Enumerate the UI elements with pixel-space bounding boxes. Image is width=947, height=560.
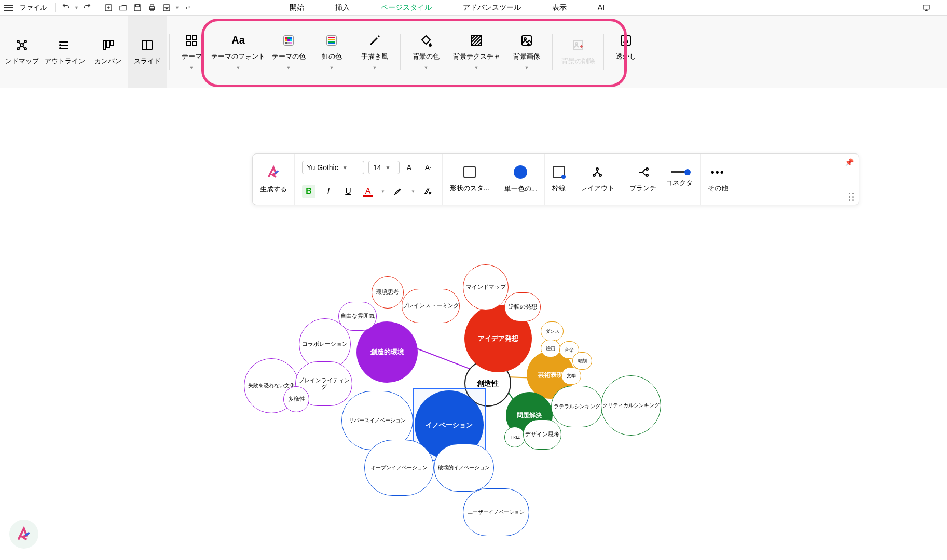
- node[interactable]: ラテラルシンキング: [551, 386, 603, 427]
- label: その他: [708, 184, 728, 193]
- underline-button[interactable]: U: [341, 185, 355, 198]
- ai-fab-button[interactable]: [9, 520, 38, 549]
- node[interactable]: 絵画: [541, 340, 560, 357]
- pin-button[interactable]: 📌: [845, 158, 854, 166]
- hamburger-icon[interactable]: [4, 5, 13, 11]
- caret-icon[interactable]: ▼: [381, 189, 385, 194]
- more-section[interactable]: ••• その他: [701, 154, 749, 205]
- single-color-section[interactable]: 単一色の...: [497, 154, 545, 205]
- label: テーマのフォント: [211, 52, 265, 61]
- node[interactable]: ユーザーイノベーション: [463, 488, 529, 536]
- outline-icon: [58, 38, 72, 52]
- border-section[interactable]: 枠線: [545, 154, 573, 205]
- svg-point-11: [17, 48, 19, 50]
- view-outline[interactable]: アウトライン: [42, 16, 88, 88]
- node[interactable]: 多様性: [283, 386, 309, 412]
- more-button[interactable]: ⇄: [182, 2, 194, 14]
- font-decrease-button[interactable]: A-: [421, 161, 435, 174]
- caret-icon: ▼: [236, 65, 241, 71]
- redo-button[interactable]: [81, 2, 93, 14]
- font-select[interactable]: Yu Gothic▼: [302, 161, 364, 174]
- node[interactable]: TRIZ: [504, 427, 525, 447]
- dropdown-caret[interactable]: ▼: [175, 5, 180, 10]
- node[interactable]: 彫刻: [572, 352, 592, 370]
- view-kanban[interactable]: カンバン: [88, 16, 128, 88]
- view-slide[interactable]: スライド: [128, 16, 167, 88]
- tab-view[interactable]: 表示: [552, 1, 567, 15]
- dropdown-caret[interactable]: ▼: [74, 5, 79, 10]
- file-menu[interactable]: ファイル: [20, 3, 47, 12]
- svg-rect-16: [103, 41, 106, 49]
- tab-start[interactable]: 開始: [290, 1, 304, 15]
- save-button[interactable]: [131, 2, 144, 14]
- border-icon: [553, 166, 565, 178]
- tab-ai[interactable]: AI: [598, 1, 605, 15]
- label: ブランチ: [629, 184, 656, 193]
- separator: [603, 34, 604, 70]
- node[interactable]: マインドマップ: [463, 264, 509, 310]
- svg-rect-22: [193, 36, 196, 39]
- highlight-button[interactable]: [391, 185, 405, 198]
- italic-button[interactable]: I: [322, 185, 335, 198]
- palette-icon: [281, 33, 296, 48]
- view-mindmap[interactable]: ンドマップ: [2, 16, 42, 88]
- slide-icon: [140, 38, 155, 52]
- size-select[interactable]: 14▼: [368, 161, 400, 174]
- connector-section[interactable]: コネクタ: [658, 154, 701, 205]
- watermark-button[interactable]: A 透かし ▼: [606, 16, 646, 88]
- node[interactable]: 逆転の発想: [504, 292, 541, 321]
- theme-button[interactable]: テーマ ▼: [172, 16, 211, 88]
- texture-icon: [469, 33, 484, 48]
- tab-advanced[interactable]: アドバンスツール: [463, 1, 521, 15]
- branch-section[interactable]: ブランチ: [622, 154, 658, 205]
- svg-point-50: [646, 168, 648, 170]
- node[interactable]: 破壊的イノベーション: [434, 444, 494, 492]
- bg-image-button[interactable]: 背景画像 ▼: [503, 16, 550, 88]
- svg-point-9: [17, 40, 19, 43]
- bold-button[interactable]: B: [302, 185, 315, 198]
- svg-point-44: [575, 43, 578, 45]
- tab-insert[interactable]: 挿入: [335, 1, 350, 15]
- background-group: 背景の色 ▼ 背景テクスチャ ▼ 背景画像 ▼: [403, 16, 550, 88]
- bg-texture-button[interactable]: 背景テクスチャ ▼: [449, 16, 503, 88]
- separator: [552, 34, 553, 70]
- theme-color-button[interactable]: テーマの色 ▼: [265, 16, 312, 88]
- node-creative-env[interactable]: 創造的環境: [356, 321, 418, 383]
- rainbow-button[interactable]: 虹の色 ▼: [312, 16, 351, 88]
- open-button[interactable]: [117, 2, 129, 14]
- node[interactable]: クリティカルシンキング: [601, 375, 661, 436]
- print-button[interactable]: [146, 2, 158, 14]
- new-button[interactable]: [102, 2, 115, 14]
- export-button[interactable]: [160, 2, 173, 14]
- shape-style-section[interactable]: 形状のスタ...: [443, 154, 497, 205]
- node[interactable]: ダンス: [541, 321, 564, 341]
- undo-button[interactable]: [60, 2, 72, 14]
- layout-section[interactable]: レイアウト: [573, 154, 622, 205]
- svg-rect-20: [143, 40, 146, 50]
- node[interactable]: ブレインストーミング: [402, 289, 460, 323]
- node[interactable]: オープンイノベーション: [364, 440, 434, 496]
- font-aa-icon: Aa: [231, 33, 245, 48]
- sketch-button[interactable]: 手描き風 ▼: [351, 16, 398, 88]
- svg-point-15: [60, 48, 61, 49]
- font-color-button[interactable]: A: [361, 185, 375, 198]
- node[interactable]: 環境思考: [372, 276, 404, 309]
- font-increase-button[interactable]: A+: [404, 161, 417, 174]
- view-mode-group: ンドマップ アウトライン カンバン スライド: [2, 16, 167, 88]
- present-button[interactable]: [920, 2, 932, 14]
- connector-icon: [671, 171, 688, 173]
- bg-color-button[interactable]: 背景の色 ▼: [403, 16, 449, 88]
- ai-logo-icon: [16, 526, 32, 542]
- tab-page-style[interactable]: ページスタイル: [381, 1, 432, 15]
- label: 背景テクスチャ: [453, 52, 500, 61]
- caret-icon: ▼: [525, 65, 529, 71]
- svg-point-49: [599, 174, 601, 176]
- node[interactable]: デザイン思考: [523, 419, 561, 450]
- generate-label[interactable]: 生成する: [260, 185, 287, 194]
- caret-icon[interactable]: ▼: [411, 189, 415, 194]
- clear-format-button[interactable]: [421, 185, 435, 198]
- theme-font-button[interactable]: Aa テーマのフォント ▼: [211, 16, 265, 88]
- remove-image-icon: [571, 38, 585, 52]
- node[interactable]: 文学: [561, 367, 581, 385]
- drag-handle[interactable]: [849, 193, 854, 201]
